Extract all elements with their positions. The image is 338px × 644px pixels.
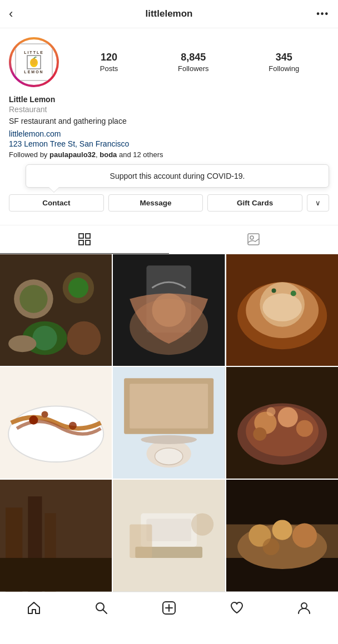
following-label: Following xyxy=(269,64,299,73)
nav-search[interactable] xyxy=(87,598,115,618)
svg-point-31 xyxy=(29,415,38,424)
profile-name: Little Lemon xyxy=(9,95,329,104)
svg-line-69 xyxy=(103,610,107,613)
tab-grid[interactable] xyxy=(0,225,169,254)
svg-point-11 xyxy=(19,285,47,313)
stat-following[interactable]: 345 Following xyxy=(269,52,299,73)
svg-rect-5 xyxy=(79,240,83,245)
svg-rect-36 xyxy=(130,384,208,429)
svg-point-8 xyxy=(250,236,254,239)
svg-point-33 xyxy=(69,422,77,430)
nav-add[interactable] xyxy=(155,598,183,618)
add-icon xyxy=(162,601,176,615)
profile-section: LITTLE LEMON 120 Posts xyxy=(0,28,338,225)
nav-home[interactable] xyxy=(20,598,48,618)
svg-point-66 xyxy=(292,524,316,548)
svg-point-73 xyxy=(301,603,307,608)
profile-stats: 120 Posts 8,845 Followers 345 Following xyxy=(70,52,329,73)
contact-button[interactable]: Contact xyxy=(9,194,104,212)
covid-tooltip: Support this account during COVID-19. xyxy=(26,164,329,188)
followers-count: 8,845 xyxy=(181,52,206,64)
svg-point-45 xyxy=(296,420,312,437)
svg-rect-53 xyxy=(0,558,112,591)
svg-rect-7 xyxy=(248,234,259,245)
stat-followers[interactable]: 8,845 Followers xyxy=(178,52,209,73)
profile-top: LITTLE LEMON 120 Posts xyxy=(9,37,329,87)
action-buttons: Contact Message Gift Cards ∨ xyxy=(9,194,329,212)
tagged-icon xyxy=(246,232,261,246)
profile-website[interactable]: littlelemon.com xyxy=(9,129,329,138)
following-count: 345 xyxy=(276,52,292,64)
svg-rect-60 xyxy=(130,525,152,558)
photo-cell-3[interactable] xyxy=(226,254,338,366)
heart-icon xyxy=(230,601,244,615)
posts-count: 120 xyxy=(101,52,117,64)
nav-profile[interactable] xyxy=(290,598,318,618)
posts-label: Posts xyxy=(100,64,118,73)
svg-point-38 xyxy=(141,435,197,444)
svg-rect-4 xyxy=(86,234,90,238)
avatar[interactable]: LITTLE LEMON xyxy=(9,37,59,87)
covid-tooltip-text: Support this account during COVID-19. xyxy=(110,172,245,180)
profile-address[interactable]: 123 Lemon Tree St, San Francisco xyxy=(9,139,329,148)
profile-followed-by: Followed by paulapaulo32, boda and 12 ot… xyxy=(9,150,329,159)
svg-point-27 xyxy=(290,290,296,296)
svg-point-32 xyxy=(41,411,48,417)
photo-cell-4[interactable] xyxy=(0,367,112,479)
nav-activity[interactable] xyxy=(223,598,251,618)
svg-point-46 xyxy=(253,427,266,441)
back-button[interactable]: ‹ xyxy=(9,7,29,21)
stat-posts[interactable]: 120 Posts xyxy=(100,52,118,73)
profile-category: Restaurant xyxy=(9,105,329,114)
profile-bio: Little Lemon Restaurant SF restaurant an… xyxy=(9,95,329,159)
svg-point-44 xyxy=(277,407,297,427)
svg-point-28 xyxy=(271,288,276,293)
photo-cell-7[interactable] xyxy=(0,480,112,591)
svg-point-21 xyxy=(152,293,186,326)
header-title: littlelemon xyxy=(29,8,309,19)
photo-cell-1[interactable] xyxy=(0,254,112,366)
svg-point-65 xyxy=(272,520,292,540)
svg-rect-58 xyxy=(147,519,192,541)
svg-point-2 xyxy=(31,58,37,65)
svg-point-17 xyxy=(8,335,36,352)
svg-rect-39 xyxy=(155,448,183,465)
photo-cell-6[interactable] xyxy=(226,367,338,479)
followers-label: Followers xyxy=(178,64,209,73)
logo-text-top: LITTLE xyxy=(24,51,44,54)
profile-description: SF restaurant and gathering place xyxy=(9,116,329,127)
search-icon xyxy=(94,601,108,615)
svg-rect-6 xyxy=(86,240,90,245)
photo-cell-8[interactable] xyxy=(113,480,225,591)
svg-rect-3 xyxy=(79,234,83,238)
svg-point-13 xyxy=(68,278,88,298)
profile-icon xyxy=(297,601,311,615)
home-icon xyxy=(27,601,41,615)
photo-cell-2[interactable] xyxy=(113,254,225,366)
svg-point-26 xyxy=(262,293,301,321)
photo-cell-9[interactable] xyxy=(226,480,338,591)
svg-point-59 xyxy=(191,514,213,536)
logo-text-bottom: LEMON xyxy=(24,70,43,74)
more-options-button[interactable]: ••• xyxy=(309,9,329,19)
lemon-logo-icon xyxy=(26,54,42,70)
bottom-nav xyxy=(0,592,338,627)
tab-tagged[interactable] xyxy=(169,225,338,254)
svg-point-15 xyxy=(32,325,57,350)
dropdown-button[interactable]: ∨ xyxy=(307,194,329,212)
grid-icon xyxy=(77,232,92,246)
svg-point-47 xyxy=(266,407,275,416)
photo-grid xyxy=(0,254,338,592)
svg-point-67 xyxy=(262,539,279,555)
photo-cell-5[interactable] xyxy=(113,367,225,479)
gift-cards-button[interactable]: Gift Cards xyxy=(207,194,302,212)
svg-point-16 xyxy=(67,321,101,354)
view-tabs xyxy=(0,225,338,254)
header: ‹ littlelemon ••• xyxy=(0,0,338,28)
chevron-down-icon: ∨ xyxy=(315,199,321,207)
message-button[interactable]: Message xyxy=(108,194,203,212)
